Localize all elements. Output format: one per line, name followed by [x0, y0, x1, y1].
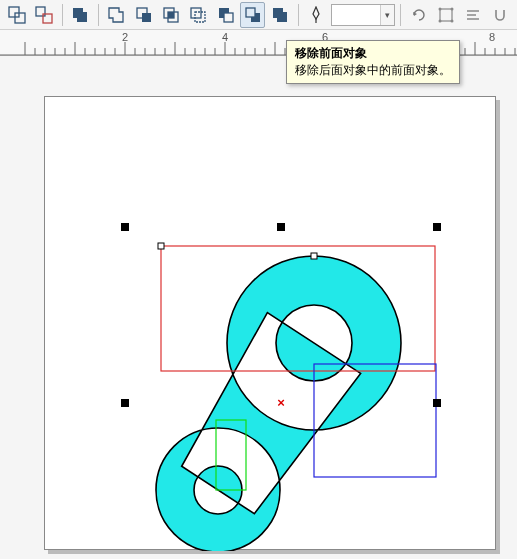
selection-handle[interactable]	[121, 223, 129, 231]
svg-point-17	[438, 7, 441, 10]
trim-icon[interactable]	[131, 2, 156, 28]
shape-node[interactable]	[311, 253, 317, 259]
chevron-down-icon[interactable]: ▾	[380, 5, 394, 25]
svg-rect-5	[77, 12, 87, 22]
page[interactable]: ×	[44, 96, 496, 550]
tooltip: 移除前面对象 移除后面对象中的前面对象。	[286, 40, 460, 84]
svg-rect-0	[9, 7, 19, 17]
simplify-icon[interactable]	[186, 2, 211, 28]
canvas-area[interactable]: ×	[44, 96, 496, 550]
svg-point-20	[450, 19, 453, 22]
svg-rect-14	[246, 8, 255, 17]
drawing-svg: ×	[45, 97, 497, 551]
svg-point-19	[438, 19, 441, 22]
svg-text:4: 4	[222, 31, 228, 43]
snap-icon[interactable]	[488, 2, 513, 28]
combine-icon[interactable]	[104, 2, 129, 28]
svg-rect-1	[15, 13, 25, 23]
pen-icon[interactable]	[304, 2, 329, 28]
svg-rect-10	[168, 12, 174, 18]
separator	[98, 4, 99, 26]
weld-icon[interactable]	[68, 2, 93, 28]
outline-color-swatch[interactable]: ▾	[331, 4, 395, 26]
create-boundary-icon[interactable]	[267, 2, 292, 28]
selection-handle[interactable]	[121, 399, 129, 407]
rotate-icon[interactable]	[406, 2, 431, 28]
shape-node[interactable]	[158, 243, 164, 249]
svg-rect-11	[191, 8, 201, 18]
swatch-color	[332, 5, 380, 25]
transform-icon[interactable]	[433, 2, 458, 28]
selection-handle[interactable]	[277, 223, 285, 231]
selection-handle[interactable]	[433, 223, 441, 231]
selection-grouped-icon[interactable]	[4, 2, 29, 28]
front-minus-back-icon[interactable]	[213, 2, 238, 28]
svg-point-18	[450, 7, 453, 10]
intersect-icon[interactable]	[158, 2, 183, 28]
svg-text:2: 2	[122, 31, 128, 43]
back-minus-front-icon[interactable]	[240, 2, 265, 28]
property-toolbar: ▾	[0, 0, 517, 30]
tooltip-title: 移除前面对象	[295, 45, 451, 62]
selection-handle[interactable]	[433, 399, 441, 407]
svg-rect-7	[142, 13, 151, 22]
svg-rect-16	[440, 9, 452, 21]
svg-rect-13	[224, 13, 233, 22]
svg-text:8: 8	[489, 31, 495, 43]
align-icon[interactable]	[461, 2, 486, 28]
svg-rect-12	[195, 12, 205, 22]
separator	[62, 4, 63, 26]
separator	[400, 4, 401, 26]
separator	[298, 4, 299, 26]
tooltip-description: 移除后面对象中的前面对象。	[295, 62, 451, 79]
selection-ungrouped-icon[interactable]	[31, 2, 56, 28]
selection-center-icon: ×	[277, 395, 285, 410]
